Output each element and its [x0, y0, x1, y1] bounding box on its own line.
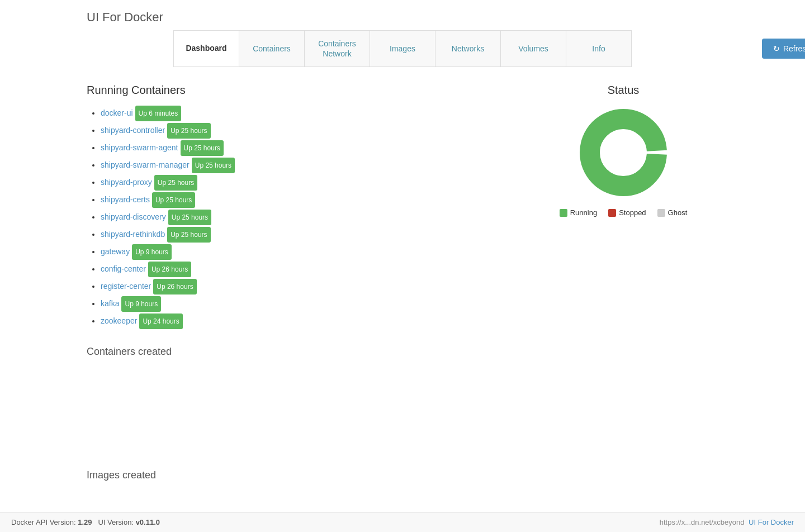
container-name-link[interactable]: shipyard-swarm-manager: [101, 160, 190, 169]
list-item: config-centerUp 26 hours: [101, 261, 506, 277]
refresh-icon: ↻: [773, 44, 780, 53]
list-item: shipyard-swarm-managerUp 25 hours: [101, 157, 506, 173]
list-item: shipyard-rethinkdbUp 25 hours: [101, 226, 506, 243]
status-legend: Running Stopped Ghost: [528, 208, 718, 217]
nav-item-containers-network[interactable]: Containers Network: [305, 31, 370, 66]
status-badge: Up 25 hours: [168, 210, 211, 225]
list-item: zookeeperUp 24 hours: [101, 313, 506, 329]
app-title: UI For Docker: [0, 0, 805, 30]
nav-item-networks[interactable]: Networks: [435, 31, 501, 66]
container-name-link[interactable]: shipyard-controller: [101, 126, 165, 135]
status-badge: Up 25 hours: [152, 192, 195, 208]
status-badge: Up 24 hours: [139, 314, 182, 329]
legend-stopped-label: Stopped: [619, 208, 646, 217]
svg-point-1: [601, 130, 646, 175]
status-badge: Up 9 hours: [121, 296, 161, 312]
list-item: shipyard-controllerUp 25 hours: [101, 122, 506, 139]
list-item: shipyard-discoveryUp 25 hours: [101, 209, 506, 225]
list-item: gatewayUp 9 hours: [101, 244, 506, 260]
container-name-link[interactable]: shipyard-rethinkdb: [101, 230, 165, 239]
left-panel: Running Containers docker-uiUp 6 minutes…: [87, 84, 506, 487]
list-item: register-centerUp 26 hours: [101, 278, 506, 294]
container-name-link[interactable]: shipyard-discovery: [101, 212, 166, 221]
status-badge: Up 26 hours: [153, 279, 196, 294]
status-badge: Up 26 hours: [148, 262, 191, 277]
status-badge: Up 25 hours: [192, 158, 235, 173]
container-name-link[interactable]: shipyard-certs: [101, 195, 150, 204]
legend-ghost: Ghost: [657, 208, 688, 217]
container-list: docker-uiUp 6 minutesshipyard-controller…: [87, 105, 506, 329]
container-name-link[interactable]: shipyard-swarm-agent: [101, 143, 178, 152]
container-name-link[interactable]: docker-ui: [101, 108, 133, 117]
list-item: shipyard-swarm-agentUp 25 hours: [101, 140, 506, 156]
status-badge: Up 6 minutes: [135, 106, 182, 121]
right-panel: Status Running Stopped Ghost: [528, 84, 718, 487]
list-item: shipyard-proxyUp 25 hours: [101, 174, 506, 191]
status-badge: Up 25 hours: [167, 123, 210, 139]
legend-ghost-dot: [657, 209, 665, 217]
refresh-button[interactable]: ↻ Refresh: [762, 39, 805, 59]
refresh-label: Refresh: [783, 44, 805, 53]
legend-stopped: Stopped: [608, 208, 646, 217]
container-name-link[interactable]: kafka: [101, 299, 119, 308]
nav-item-dashboard[interactable]: Dashboard: [174, 31, 239, 66]
container-name-link[interactable]: zookeeper: [101, 316, 137, 325]
container-name-link[interactable]: shipyard-proxy: [101, 178, 152, 187]
status-badge: Up 25 hours: [181, 140, 224, 156]
list-item: shipyard-certsUp 25 hours: [101, 192, 506, 208]
nav-item-images[interactable]: Images: [370, 31, 435, 66]
status-badge: Up 25 hours: [154, 175, 197, 191]
container-name-link[interactable]: register-center: [101, 282, 151, 291]
status-badge: Up 25 hours: [167, 227, 210, 243]
running-containers-title: Running Containers: [87, 84, 506, 97]
status-badge: Up 9 hours: [132, 244, 172, 260]
legend-ghost-label: Ghost: [668, 208, 688, 217]
donut-chart-container: [528, 108, 718, 197]
list-item: docker-uiUp 6 minutes: [101, 105, 506, 121]
donut-chart: [579, 108, 668, 197]
nav-item-volumes[interactable]: Volumes: [501, 31, 566, 66]
containers-created-title: Containers created: [87, 346, 506, 358]
container-name-link[interactable]: config-center: [101, 264, 146, 273]
images-created-title: Images created: [87, 469, 506, 481]
status-title: Status: [528, 84, 718, 97]
legend-stopped-dot: [608, 209, 616, 217]
container-name-link[interactable]: gateway: [101, 247, 130, 256]
nav-item-info[interactable]: Info: [566, 31, 631, 66]
legend-running-dot: [560, 209, 567, 217]
list-item: kafkaUp 9 hours: [101, 296, 506, 312]
legend-running-label: Running: [570, 208, 597, 217]
nav-item-containers[interactable]: Containers: [239, 31, 305, 66]
legend-running: Running: [560, 208, 597, 217]
nav-bar: Dashboard Containers Containers Network …: [173, 30, 632, 67]
